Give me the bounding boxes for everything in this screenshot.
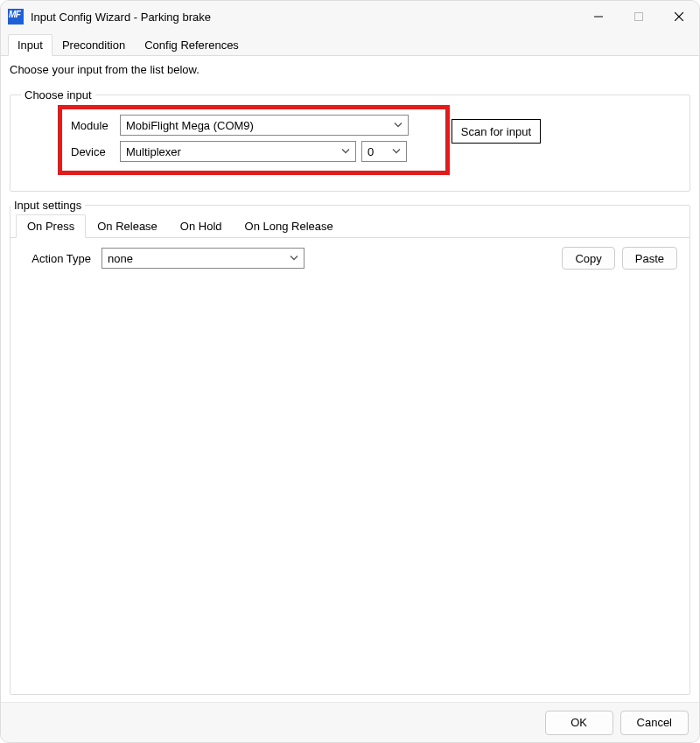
main-tabbar: Input Precondition Config References — [1, 34, 699, 56]
minimize-icon — [594, 12, 603, 21]
input-settings-legend: Input settings — [10, 199, 85, 212]
tab-on-hold[interactable]: On Hold — [169, 214, 234, 238]
copy-label: Copy — [575, 252, 601, 265]
tab-precondition[interactable]: Precondition — [52, 34, 135, 56]
close-icon — [675, 12, 683, 21]
choose-input-legend: Choose input — [21, 88, 95, 102]
app-icon — [8, 9, 24, 25]
module-combobox[interactable]: MobiFlight Mega (COM9) — [120, 115, 409, 136]
module-label: Module — [71, 119, 120, 132]
scan-label: Scan for input — [461, 125, 531, 138]
input-settings-tabbar: On Press On Release On Hold On Long Rele… — [10, 214, 690, 238]
paste-label: Paste — [635, 252, 664, 265]
device-combobox[interactable]: Multiplexer — [120, 141, 356, 162]
choose-input-group: Choose input Module MobiFlight Mega (COM… — [10, 88, 690, 192]
cancel-label: Cancel — [637, 716, 672, 729]
tab-on-release[interactable]: On Release — [86, 214, 169, 238]
window-maximize-button[interactable] — [619, 1, 659, 32]
instruction-text: Choose your input from the list below. — [10, 63, 690, 76]
dialog-footer: OK Cancel — [1, 702, 699, 742]
tab-input[interactable]: Input — [8, 34, 52, 56]
action-type-label: Action Type — [23, 252, 102, 265]
action-type-value: none — [108, 252, 133, 265]
module-value: MobiFlight Mega (COM9) — [126, 119, 254, 132]
chevron-down-icon — [394, 119, 402, 132]
pin-value: 0 — [368, 145, 374, 158]
device-value: Multiplexer — [126, 145, 181, 158]
chevron-down-icon — [290, 252, 298, 265]
cancel-button[interactable]: Cancel — [620, 711, 689, 735]
paste-button[interactable]: Paste — [622, 247, 677, 270]
tab-on-press[interactable]: On Press — [16, 214, 86, 238]
device-label: Device — [71, 145, 120, 158]
input-config-wizard-window: Input Config Wizard - Parking brake Inpu… — [0, 0, 700, 743]
scan-for-input-button[interactable]: Scan for input — [452, 119, 541, 144]
window-title: Input Config Wizard - Parking brake — [31, 11, 211, 24]
action-type-combobox[interactable]: none — [102, 248, 304, 269]
ok-label: OK — [570, 716, 587, 729]
chevron-down-icon — [341, 145, 350, 158]
tab-on-long-release[interactable]: On Long Release — [234, 214, 345, 238]
pin-combobox[interactable]: 0 — [361, 141, 407, 162]
content-area: Choose your input from the list below. C… — [1, 56, 699, 702]
highlight-box: Module MobiFlight Mega (COM9) Device Mul… — [58, 105, 450, 175]
maximize-icon — [634, 12, 643, 21]
titlebar: Input Config Wizard - Parking brake — [1, 1, 699, 32]
copy-button[interactable]: Copy — [562, 247, 614, 270]
input-settings-group: Input settings On Press On Release On Ho… — [10, 199, 690, 695]
action-row: Action Type none Copy Paste — [10, 238, 690, 278]
chevron-down-icon — [392, 145, 401, 158]
tab-config-references[interactable]: Config References — [135, 34, 248, 56]
window-minimize-button[interactable] — [578, 1, 619, 32]
window-close-button[interactable] — [659, 1, 699, 32]
ok-button[interactable]: OK — [545, 711, 613, 735]
svg-rect-1 — [635, 13, 643, 21]
